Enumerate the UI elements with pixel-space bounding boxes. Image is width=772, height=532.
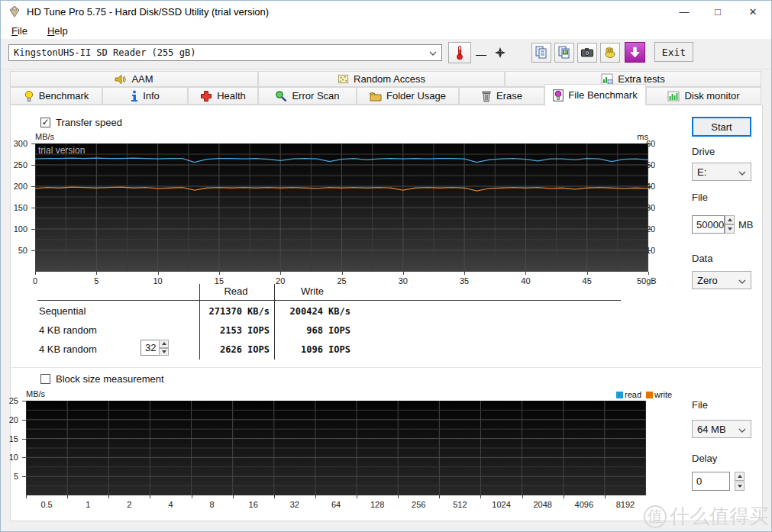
tab-error-scan[interactable]: Error Scan (258, 87, 357, 105)
device-select[interactable]: KingstonUHS-II SD Reader (255 gB) (8, 44, 442, 61)
block-size-checkbox[interactable] (40, 374, 50, 384)
file-size-input[interactable]: 50000 (692, 215, 725, 234)
main-x-tick-label: 50gB (637, 276, 660, 285)
block-file-label: File (692, 399, 708, 411)
donate-button[interactable] (600, 43, 620, 63)
stepper-up[interactable] (735, 472, 745, 481)
drive-label: Drive (692, 146, 715, 157)
main-y-left-tick-label: 150 (5, 203, 27, 212)
block-x-tick-label: 64 (325, 500, 347, 509)
camera-icon (580, 46, 594, 60)
drive-select-value: E: (697, 166, 706, 178)
menu-file[interactable]: File (7, 24, 32, 38)
block-x-tick-label: 4 (159, 500, 182, 509)
tab-label: Health (217, 90, 246, 102)
axis-tick (605, 495, 606, 498)
file-size-stepper[interactable] (725, 215, 735, 234)
trash-icon (481, 90, 492, 102)
queue-depth-value: 32 (145, 342, 156, 353)
tab-info[interactable]: Info (102, 87, 188, 105)
start-button[interactable]: Start (692, 117, 751, 137)
table-header-rule (37, 300, 621, 301)
block-x-tick-label: 8 (201, 500, 224, 509)
update-button[interactable] (625, 42, 645, 63)
data-pattern-select[interactable]: Zero (692, 271, 751, 289)
axis-tick (26, 495, 27, 498)
stepper-down[interactable] (725, 224, 735, 234)
tab-label: Benchmark (39, 90, 89, 102)
thermometer-icon (454, 45, 465, 60)
axis-tick (22, 439, 26, 440)
temperature-button[interactable] (448, 42, 471, 63)
section-divider (11, 367, 761, 368)
copy-image-button[interactable] (554, 43, 574, 63)
block-chart-yunit: MB/s (26, 389, 45, 398)
transfer-speed-checkbox[interactable] (40, 118, 50, 127)
axis-tick (150, 495, 150, 498)
axis-tick (357, 495, 357, 498)
block-x-tick-label: 4096 (573, 500, 596, 509)
minimize-button[interactable]: — (671, 1, 697, 22)
stepper-down[interactable] (735, 482, 745, 491)
exit-button[interactable]: Exit (654, 42, 693, 62)
maximize-button[interactable]: □ (705, 1, 731, 22)
stepper-up[interactable] (725, 215, 735, 224)
axis-tick (22, 457, 26, 458)
axis-tick (22, 420, 26, 421)
delay-input[interactable]: 0 (692, 472, 730, 491)
block-x-tick-label: 0.5 (35, 500, 58, 509)
tab-label: Info (143, 90, 160, 102)
tab-benchmark[interactable]: Benchmark (10, 87, 102, 105)
axis-tick (648, 208, 652, 208)
axis-tick (31, 229, 35, 230)
axis-tick (31, 165, 35, 166)
axis-tick (648, 250, 652, 251)
stepper-up[interactable] (159, 340, 169, 348)
axis-tick (648, 186, 652, 187)
axis-tick (464, 272, 465, 275)
tab-disk-monitor[interactable]: Disk monitor (646, 87, 761, 105)
block-file-select[interactable]: 64 MB (692, 420, 751, 438)
tab-folder-usage[interactable]: Folder Usage (357, 87, 459, 105)
axis-tick (108, 495, 109, 498)
axis-tick (342, 272, 343, 275)
legend-read-swatch (616, 392, 623, 398)
block-x-tick-label: 1024 (490, 500, 513, 509)
main-x-tick-label: 25 (331, 276, 354, 285)
axis-tick (31, 250, 35, 251)
axis-tick (403, 272, 404, 275)
tab-aam[interactable]: AAM (10, 71, 258, 87)
queue-depth-input[interactable]: 32 (141, 340, 160, 356)
trial-version-watermark: trial version (38, 145, 85, 156)
copy-report-button[interactable] (531, 43, 551, 63)
delay-stepper[interactable] (735, 472, 745, 491)
main-x-tick-label: 45 (576, 276, 599, 285)
tab-file-benchmark[interactable]: File Benchmark (544, 84, 646, 105)
tab-erase[interactable]: Erase (459, 87, 544, 105)
tab-label: Erase (496, 90, 522, 102)
tab-label: Error Scan (292, 90, 339, 102)
stepper-down[interactable] (159, 348, 169, 356)
device-select-value: KingstonUHS-II SD Reader (255 gB) (14, 47, 195, 58)
delay-label: Delay (692, 453, 717, 464)
close-button[interactable]: ✕ (740, 1, 766, 22)
axis-tick (35, 272, 36, 275)
block-x-tick-label: 2048 (531, 500, 554, 509)
block-x-tick-label: 32 (283, 500, 306, 509)
drive-select[interactable]: E: (692, 163, 751, 181)
screenshot-button[interactable] (577, 43, 597, 63)
block-x-tick-label: 2 (118, 500, 141, 509)
tab-random-access[interactable]: Random Access (258, 71, 505, 87)
magnifier-icon (275, 90, 287, 102)
block-y-tick-label: 25 (0, 396, 18, 405)
axis-tick (315, 495, 316, 498)
tab-label: Folder Usage (386, 90, 446, 102)
block-chart-plot (26, 401, 646, 495)
row-label-4kb-random-qd: 4 KB random (39, 343, 97, 355)
main-x-tick-label: 5 (85, 276, 108, 285)
block-y-tick-label: 5 (0, 472, 18, 481)
menu-help[interactable]: Help (43, 24, 73, 38)
main-x-tick-label: 10 (147, 276, 170, 285)
queue-depth-stepper[interactable] (159, 340, 169, 356)
tab-health[interactable]: Health (188, 87, 258, 105)
